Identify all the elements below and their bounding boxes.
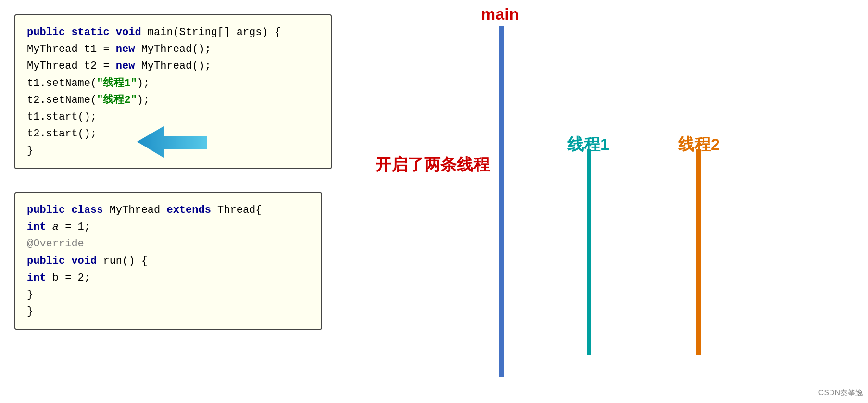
- code-bottom-line-3: @Override: [27, 235, 310, 252]
- line-thread2: [696, 149, 701, 355]
- code-bottom-line-6: }: [27, 286, 310, 303]
- label-main: main: [481, 5, 519, 24]
- code-line-3: MyThread t2 = new MyThread();: [27, 58, 319, 74]
- line-main-thread: [499, 26, 504, 377]
- code-line-5: t2.setName("线程2");: [27, 92, 319, 109]
- code-bottom-line-4: public void run() {: [27, 253, 310, 269]
- code-line-6: t1.start();: [27, 109, 319, 125]
- code-bottom-line-5: int b = 2;: [27, 269, 310, 286]
- code-bottom-line-7: }: [27, 303, 310, 320]
- thread-diagram: main 线程1 线程2 开启了两条线程: [351, 0, 868, 403]
- arrow-indicator: [137, 124, 207, 160]
- label-start-threads: 开启了两条线程: [375, 154, 490, 176]
- code-line-4: t1.setName("线程1");: [27, 75, 319, 92]
- line-thread1: [587, 149, 591, 355]
- code-bottom-line-2: int a = 1;: [27, 219, 310, 235]
- code-line-1: public static void main(String[] args) {: [27, 24, 319, 41]
- svg-marker-0: [137, 126, 207, 158]
- code-bottom-line-1: public class MyThread extends Thread{: [27, 202, 310, 219]
- code-box-bottom: public class MyThread extends Thread{ in…: [14, 192, 322, 330]
- watermark: CSDN秦筝逸: [818, 388, 863, 398]
- code-line-2: MyThread t1 = new MyThread();: [27, 41, 319, 58]
